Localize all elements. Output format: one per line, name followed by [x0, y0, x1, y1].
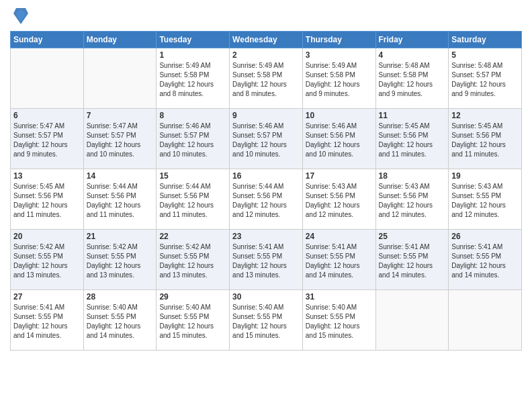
logo-icon — [13, 7, 28, 26]
day-number: 22 — [159, 232, 226, 241]
calendar-cell: 13Sunrise: 5:45 AMSunset: 5:56 PMDayligh… — [11, 169, 84, 230]
day-info: Sunrise: 5:48 AMSunset: 5:58 PMDaylight:… — [379, 61, 446, 99]
day-number: 25 — [379, 232, 446, 241]
day-info: Sunrise: 5:47 AMSunset: 5:57 PMDaylight:… — [13, 122, 81, 159]
calendar-cell: 11Sunrise: 5:45 AMSunset: 5:56 PMDayligh… — [375, 109, 449, 169]
calendar-cell: 25Sunrise: 5:41 AMSunset: 5:55 PMDayligh… — [375, 230, 449, 290]
day-number: 16 — [232, 171, 300, 181]
day-number: 3 — [306, 50, 373, 60]
calendar-cell: 12Sunrise: 5:45 AMSunset: 5:56 PMDayligh… — [449, 109, 522, 169]
day-number: 26 — [451, 232, 519, 241]
day-info: Sunrise: 5:49 AMSunset: 5:58 PMDaylight:… — [232, 61, 300, 99]
day-number: 17 — [306, 171, 373, 181]
calendar-cell: 7Sunrise: 5:47 AMSunset: 5:57 PMDaylight… — [83, 109, 157, 169]
day-number: 15 — [159, 171, 226, 181]
day-number: 7 — [87, 111, 154, 120]
header-friday: Friday — [375, 32, 449, 48]
header-sunday: Sunday — [11, 32, 84, 48]
calendar-cell — [11, 48, 84, 109]
day-info: Sunrise: 5:40 AMSunset: 5:55 PMDaylight:… — [159, 303, 226, 340]
header-thursday: Thursday — [302, 32, 375, 48]
day-number: 29 — [159, 292, 226, 302]
day-number: 4 — [379, 50, 446, 60]
day-info: Sunrise: 5:46 AMSunset: 5:56 PMDaylight:… — [306, 122, 373, 159]
day-info: Sunrise: 5:45 AMSunset: 5:56 PMDaylight:… — [451, 122, 519, 159]
calendar-cell: 15Sunrise: 5:44 AMSunset: 5:56 PMDayligh… — [157, 169, 230, 230]
calendar-table: SundayMondayTuesdayWednesdayThursdayFrid… — [10, 31, 522, 351]
calendar-cell: 1Sunrise: 5:49 AMSunset: 5:58 PMDaylight… — [157, 48, 230, 109]
day-number: 2 — [232, 50, 300, 60]
week-row-5: 27Sunrise: 5:41 AMSunset: 5:55 PMDayligh… — [11, 290, 522, 351]
day-number: 27 — [13, 292, 81, 302]
calendar-cell: 26Sunrise: 5:41 AMSunset: 5:55 PMDayligh… — [449, 230, 522, 290]
day-info: Sunrise: 5:48 AMSunset: 5:57 PMDaylight:… — [451, 61, 519, 99]
calendar-cell: 30Sunrise: 5:40 AMSunset: 5:55 PMDayligh… — [230, 290, 303, 351]
day-number: 23 — [232, 232, 300, 241]
day-info: Sunrise: 5:49 AMSunset: 5:58 PMDaylight:… — [306, 61, 373, 99]
day-info: Sunrise: 5:40 AMSunset: 5:55 PMDaylight:… — [232, 303, 300, 340]
day-info: Sunrise: 5:40 AMSunset: 5:55 PMDaylight:… — [87, 303, 154, 340]
day-number: 12 — [451, 111, 519, 120]
week-row-3: 13Sunrise: 5:45 AMSunset: 5:56 PMDayligh… — [11, 169, 522, 230]
calendar-cell: 24Sunrise: 5:41 AMSunset: 5:55 PMDayligh… — [302, 230, 375, 290]
day-number: 20 — [13, 232, 81, 241]
calendar-cell: 29Sunrise: 5:40 AMSunset: 5:55 PMDayligh… — [157, 290, 230, 351]
day-info: Sunrise: 5:40 AMSunset: 5:55 PMDaylight:… — [306, 303, 373, 340]
day-number: 31 — [306, 292, 373, 302]
day-info: Sunrise: 5:44 AMSunset: 5:56 PMDaylight:… — [87, 182, 154, 220]
day-info: Sunrise: 5:43 AMSunset: 5:55 PMDaylight:… — [451, 182, 519, 220]
day-info: Sunrise: 5:41 AMSunset: 5:55 PMDaylight:… — [379, 242, 446, 280]
calendar-cell: 8Sunrise: 5:46 AMSunset: 5:57 PMDaylight… — [157, 109, 230, 169]
calendar-cell: 20Sunrise: 5:42 AMSunset: 5:55 PMDayligh… — [11, 230, 84, 290]
calendar-cell: 17Sunrise: 5:43 AMSunset: 5:56 PMDayligh… — [302, 169, 375, 230]
calendar-cell — [449, 290, 522, 351]
day-number: 30 — [232, 292, 300, 302]
day-info: Sunrise: 5:41 AMSunset: 5:55 PMDaylight:… — [232, 242, 300, 280]
week-row-2: 6Sunrise: 5:47 AMSunset: 5:57 PMDaylight… — [11, 109, 522, 169]
calendar-cell: 14Sunrise: 5:44 AMSunset: 5:56 PMDayligh… — [83, 169, 157, 230]
day-info: Sunrise: 5:41 AMSunset: 5:55 PMDaylight:… — [451, 242, 519, 280]
calendar-cell: 27Sunrise: 5:41 AMSunset: 5:55 PMDayligh… — [11, 290, 84, 351]
logo — [10, 7, 28, 26]
calendar-cell: 18Sunrise: 5:43 AMSunset: 5:56 PMDayligh… — [375, 169, 449, 230]
day-number: 8 — [159, 111, 226, 120]
week-row-1: 1Sunrise: 5:49 AMSunset: 5:58 PMDaylight… — [11, 48, 522, 109]
day-info: Sunrise: 5:42 AMSunset: 5:55 PMDaylight:… — [87, 242, 154, 280]
calendar-cell: 23Sunrise: 5:41 AMSunset: 5:55 PMDayligh… — [230, 230, 303, 290]
day-info: Sunrise: 5:42 AMSunset: 5:55 PMDaylight:… — [13, 242, 81, 280]
day-info: Sunrise: 5:44 AMSunset: 5:56 PMDaylight:… — [159, 182, 226, 220]
calendar-cell: 28Sunrise: 5:40 AMSunset: 5:55 PMDayligh… — [83, 290, 157, 351]
calendar-cell: 4Sunrise: 5:48 AMSunset: 5:58 PMDaylight… — [375, 48, 449, 109]
day-number: 19 — [451, 171, 519, 181]
day-number: 11 — [379, 111, 446, 120]
day-number: 28 — [87, 292, 154, 302]
day-info: Sunrise: 5:49 AMSunset: 5:58 PMDaylight:… — [159, 61, 226, 99]
calendar-cell: 22Sunrise: 5:42 AMSunset: 5:55 PMDayligh… — [157, 230, 230, 290]
day-number: 1 — [159, 50, 226, 60]
header-wednesday: Wednesday — [230, 32, 303, 48]
day-info: Sunrise: 5:47 AMSunset: 5:57 PMDaylight:… — [87, 122, 154, 159]
calendar-cell: 16Sunrise: 5:44 AMSunset: 5:56 PMDayligh… — [230, 169, 303, 230]
day-number: 9 — [232, 111, 300, 120]
calendar-cell: 2Sunrise: 5:49 AMSunset: 5:58 PMDaylight… — [230, 48, 303, 109]
header-saturday: Saturday — [449, 32, 522, 48]
calendar-cell: 6Sunrise: 5:47 AMSunset: 5:57 PMDaylight… — [11, 109, 84, 169]
day-number: 24 — [306, 232, 373, 241]
calendar-cell: 5Sunrise: 5:48 AMSunset: 5:57 PMDaylight… — [449, 48, 522, 109]
day-info: Sunrise: 5:46 AMSunset: 5:57 PMDaylight:… — [232, 122, 300, 159]
day-number: 21 — [87, 232, 154, 241]
calendar-cell: 21Sunrise: 5:42 AMSunset: 5:55 PMDayligh… — [83, 230, 157, 290]
day-number: 13 — [13, 171, 81, 181]
day-number: 10 — [306, 111, 373, 120]
calendar-cell — [83, 48, 157, 109]
calendar-cell: 9Sunrise: 5:46 AMSunset: 5:57 PMDaylight… — [230, 109, 303, 169]
calendar-cell: 3Sunrise: 5:49 AMSunset: 5:58 PMDaylight… — [302, 48, 375, 109]
calendar-cell: 31Sunrise: 5:40 AMSunset: 5:55 PMDayligh… — [302, 290, 375, 351]
day-number: 18 — [379, 171, 446, 181]
header-tuesday: Tuesday — [157, 32, 230, 48]
day-info: Sunrise: 5:46 AMSunset: 5:57 PMDaylight:… — [159, 122, 226, 159]
day-number: 6 — [13, 111, 81, 120]
day-number: 5 — [451, 50, 519, 60]
day-info: Sunrise: 5:43 AMSunset: 5:56 PMDaylight:… — [306, 182, 373, 220]
day-info: Sunrise: 5:41 AMSunset: 5:55 PMDaylight:… — [306, 242, 373, 280]
